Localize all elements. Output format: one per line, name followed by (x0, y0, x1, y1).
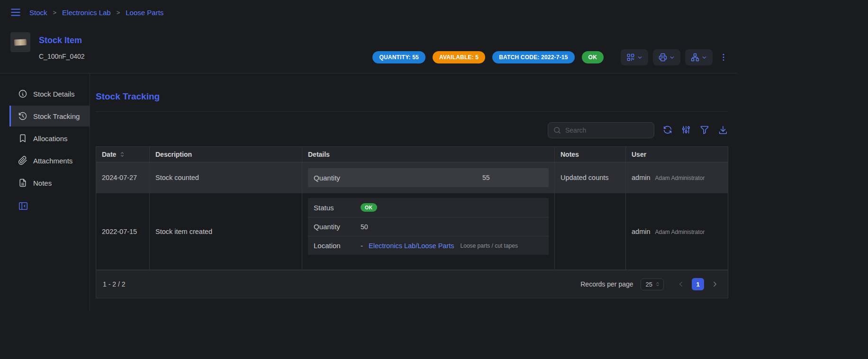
record-range: 1 - 2 / 2 (103, 280, 125, 288)
table-row: 2022-07-15 Stock item created Status OK … (96, 193, 728, 270)
filter-icon (699, 125, 710, 135)
chevron-down-icon (701, 54, 707, 61)
column-label: Description (155, 151, 192, 158)
date-cell: 2022-07-15 (96, 193, 149, 269)
capacitor-image (14, 39, 27, 45)
sort-icon (119, 151, 126, 158)
detail-row-quantity: Quantity 55 (308, 168, 549, 187)
detail-value: 50 (361, 223, 368, 231)
search-input[interactable] (565, 126, 649, 134)
column-label: Date (102, 151, 116, 158)
page-body: Stock Details Stock Tracking Allocations… (0, 73, 737, 311)
paperclip-icon (18, 156, 27, 165)
ok-status-badge: OK (361, 203, 377, 212)
info-circle-icon (18, 89, 27, 99)
notes-cell: Updated counts (554, 162, 625, 193)
user-full-name: Adam Administrator (655, 175, 705, 181)
records-per-page-label: Records per page (580, 280, 633, 288)
location-description: Loose parts / cut tapes (461, 242, 518, 249)
column-header-date[interactable]: Date (96, 147, 149, 162)
selector-icon (655, 281, 660, 287)
header-left: Stock Item C_100nF_0402 (10, 32, 85, 73)
stock-tracking-table: Date Description Details Notes User 2024… (96, 146, 728, 298)
status-badges: QUANTITY: 55 AVAILABLE: 5 BATCH CODE: 20… (372, 51, 604, 63)
description-cell: Stock item created (149, 193, 302, 269)
stock-item-name: C_100nF_0402 (39, 53, 85, 60)
chevron-left-icon (677, 280, 685, 288)
search-box (548, 122, 654, 138)
sidebar-item-label: Attachments (33, 157, 72, 165)
sidebar-item-stock-details[interactable]: Stock Details (9, 83, 90, 104)
breadcrumb-separator: > (117, 9, 120, 16)
menu-icon[interactable] (9, 6, 22, 18)
sidebar-item-label: Allocations (33, 135, 68, 143)
sidebar-item-allocations[interactable]: Allocations (9, 128, 90, 149)
chevron-right-icon (711, 280, 719, 288)
breadcrumb-loose-parts[interactable]: Loose Parts (126, 9, 163, 17)
qrcode-icon (626, 53, 635, 62)
sidebar-collapse-icon (18, 201, 28, 211)
title-block: Stock Item C_100nF_0402 (39, 32, 85, 73)
topbar: Stock > Electronics Lab > Loose Parts (0, 0, 737, 25)
filter-button[interactable] (699, 125, 710, 136)
sidebar-item-stock-tracking[interactable]: Stock Tracking (9, 106, 90, 126)
column-header-details[interactable]: Details (302, 147, 554, 162)
table-row: 2024-07-27 Stock counted Quantity 55 Upd… (96, 162, 728, 193)
print-actions-button[interactable] (653, 49, 680, 65)
table-toolbar (96, 122, 728, 138)
previous-page-button[interactable] (675, 278, 687, 290)
footer-right: Records per page 25 (580, 278, 721, 290)
bookmark-icon (18, 134, 27, 143)
details-cell: Status OK Quantity 50 Location - Electro… (302, 193, 554, 269)
file-text-icon (18, 178, 27, 188)
batch-code-badge: BATCH CODE: 2022-7-15 (492, 51, 574, 63)
sidebar-item-notes[interactable]: Notes (9, 172, 90, 193)
breadcrumb-stock[interactable]: Stock (29, 9, 47, 17)
table-settings-button[interactable] (681, 125, 691, 136)
heading-divider (96, 111, 728, 112)
history-icon (18, 111, 27, 121)
description-cell: Stock counted (149, 162, 302, 193)
user-full-name: Adam Administrator (655, 229, 705, 235)
available-badge: AVAILABLE: 5 (433, 51, 485, 63)
refresh-icon (662, 125, 673, 135)
date-cell: 2024-07-27 (96, 162, 149, 193)
breadcrumb-separator: > (53, 9, 57, 16)
column-header-user[interactable]: User (625, 147, 728, 162)
detail-label: Quantity (314, 223, 361, 231)
next-page-button[interactable] (709, 278, 721, 290)
detail-row-status: Status OK (308, 198, 549, 217)
sidebar-item-attachments[interactable]: Attachments (9, 150, 90, 171)
header-actions (621, 49, 730, 65)
page-size-select[interactable]: 25 (641, 278, 664, 290)
sidebar-collapse-button[interactable] (18, 201, 28, 213)
status-ok-badge: OK (582, 51, 604, 63)
page-header: Stock Item C_100nF_0402 QUANTITY: 55 AVA… (0, 25, 737, 73)
page-1-button[interactable]: 1 (692, 278, 704, 290)
barcode-actions-button[interactable] (621, 49, 648, 65)
main-content: Stock Tracking (90, 73, 728, 298)
refresh-button[interactable] (662, 125, 673, 136)
more-options-button[interactable] (717, 49, 730, 65)
chevron-down-icon (637, 54, 643, 61)
user-cell: admin Adam Administrator (625, 162, 728, 193)
column-header-notes[interactable]: Notes (554, 147, 625, 162)
table-footer: 1 - 2 / 2 Records per page 25 (96, 270, 728, 298)
column-header-description[interactable]: Description (149, 147, 302, 162)
sidebar-item-label: Notes (33, 179, 52, 187)
column-label: User (632, 151, 646, 158)
header-right: QUANTITY: 55 AVAILABLE: 5 BATCH CODE: 20… (372, 42, 730, 73)
download-button[interactable] (718, 125, 728, 136)
column-label: Details (308, 151, 330, 158)
notes-cell (554, 193, 625, 269)
detail-label: Location (314, 242, 361, 250)
detail-label: Status (314, 204, 361, 212)
location-link[interactable]: Electronics Lab/Loose Parts (369, 242, 454, 250)
location-dash: - (361, 242, 363, 250)
panel-title: Stock Tracking (96, 91, 728, 102)
user-wrap: admin Adam Administrator (632, 174, 705, 181)
stock-actions-button[interactable] (685, 49, 713, 65)
breadcrumb-electronics-lab[interactable]: Electronics Lab (62, 9, 111, 17)
sidebar-item-label: Stock Tracking (33, 112, 80, 120)
stock-item-thumbnail[interactable] (10, 32, 30, 52)
